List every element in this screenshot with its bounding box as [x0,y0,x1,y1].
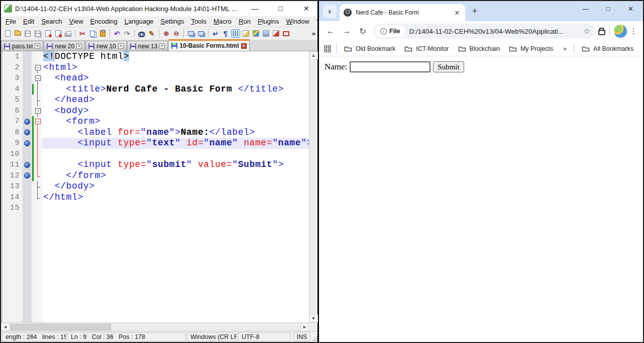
bookmark-cell[interactable] [23,192,32,203]
doc-tab-new-20[interactable]: new 20× [44,41,85,51]
fold-marker[interactable] [35,116,42,127]
browser-minimize-button[interactable]: — [574,1,597,16]
url-text[interactable]: D:/1404-11-02-CEH%20v13/04-Web%20Applica… [409,28,580,35]
doc-tab-pass.txt[interactable]: pass.txt× [1,41,43,51]
document-map-icon[interactable] [251,29,260,38]
sync-horizontal-icon[interactable] [196,29,205,38]
fold-marker[interactable] [35,62,42,73]
code-text[interactable] [42,149,309,160]
code-line-4[interactable]: 4 <title>Nerd Cafe - Basic Form </title> [3,84,309,95]
code-line-6[interactable]: 6 <body> [3,106,309,117]
fold-marker[interactable] [35,106,42,117]
fold-marker[interactable] [35,73,42,84]
bookmark-cell[interactable] [23,73,32,84]
all-bookmarks-button[interactable]: All Bookmarks [577,43,638,55]
tab-close-icon[interactable]: × [76,43,82,49]
copy-icon[interactable] [88,29,97,38]
close-all-icon[interactable] [53,29,62,38]
code-text[interactable]: <body> [42,106,309,117]
code-text[interactable]: <input type="submit" value="Submit"> [42,159,309,170]
doc-tab-new-10[interactable]: new 10× [85,41,127,51]
zoom-out-icon[interactable]: ⊖ [172,29,181,38]
code-line-1[interactable]: 1<!DOCTYPE html> [3,51,309,62]
bookmark-folder-blockchain[interactable]: Blockchain [454,43,504,55]
browser-close-button[interactable]: ✕ [619,1,642,16]
code-line-11[interactable]: 11 <input type="submit" value="Submit"> [3,159,309,170]
new-file-icon[interactable] [3,29,12,38]
show-all-chars-icon[interactable]: ¶ [221,29,230,38]
sync-vertical-icon[interactable] [186,29,195,38]
address-bar[interactable]: i File D:/1404-11-02-CEH%20v13/04-Web%20… [373,24,595,39]
scroll-up-arrow-icon[interactable]: ▲ [309,51,318,59]
save-all-icon[interactable] [33,29,42,38]
code-text[interactable]: </html> [42,192,309,203]
tab-close-icon[interactable]: × [35,43,40,49]
code-line-13[interactable]: 13 </body> [3,181,309,192]
code-text[interactable]: <!DOCTYPE html> [42,51,309,62]
menu-run[interactable]: Run [235,17,254,26]
menu-view[interactable]: View [66,17,87,26]
menu-encoding[interactable]: Encoding [87,17,121,26]
resize-grip[interactable] [311,336,317,342]
bookmark-cell[interactable] [23,159,32,170]
indent-guide-icon[interactable] [231,29,240,38]
code-text[interactable]: <title>Nerd Cafe - Basic Form </title> [42,84,309,95]
style-configurator-icon[interactable] [241,29,250,38]
code-text[interactable]: </head> [42,95,309,106]
menu-search[interactable]: Search [38,17,65,26]
code-line-2[interactable]: 2<html> [3,62,309,73]
bookmark-cell[interactable] [23,84,32,95]
editor-horizontal-scrollbar[interactable]: ◄ ► [1,322,317,331]
doc-tab-new-13[interactable]: new 13× [127,41,168,51]
extensions-icon[interactable] [598,30,605,35]
code-text[interactable]: <label for="name">Name:</label> [42,127,309,138]
bookmark-cell[interactable] [23,116,32,127]
tab-search-chevron-icon[interactable]: ∨ [323,5,337,18]
print-icon[interactable] [63,29,72,38]
code-line-7[interactable]: 7 <form> [3,116,309,127]
scroll-left-arrow-icon[interactable]: ◄ [1,323,10,331]
code-text[interactable]: <html> [42,62,309,73]
bookmark-cell[interactable] [23,170,32,182]
bookmark-cell[interactable] [23,203,32,214]
new-tab-button[interactable]: + [468,5,481,18]
code-line-10[interactable]: 10 [3,149,309,160]
open-file-icon[interactable] [13,29,22,38]
forward-icon[interactable]: → [339,24,354,39]
npp-close-button[interactable]: ✕ [295,1,317,16]
tab-close-icon[interactable]: × [118,43,124,49]
bookmark-cell[interactable] [23,51,32,62]
back-icon[interactable]: ← [323,24,338,39]
code-editor[interactable]: 1<!DOCTYPE html>2<html>3 <head>4 <title>… [3,51,309,322]
bookmark-cell[interactable] [23,127,32,138]
function-list-icon[interactable] [271,29,280,38]
npp-minimize-button[interactable]: — [244,1,266,16]
bookmark-cell[interactable] [23,95,32,106]
folder-as-workspace-icon[interactable] [281,29,290,38]
scroll-right-arrow-icon[interactable]: ► [300,323,309,331]
reload-icon[interactable]: ↻ [355,24,370,39]
npp-maximize-button[interactable]: □ [269,1,292,16]
tab-close-icon[interactable]: ✕ [453,9,461,17]
doc-tab-10-Basic-Forms.html[interactable]: 10-Basic Forms.html× [168,39,249,51]
url-scheme-chip[interactable]: i File [375,25,405,37]
tab-close-icon[interactable]: × [241,43,247,49]
cut-icon[interactable]: ✂ [78,29,87,38]
menu-macro[interactable]: Macro [210,17,235,26]
browser-menu-icon[interactable]: ⋮ [628,27,639,36]
bookmark-cell[interactable] [23,62,32,73]
bookmark-folder-ict-monitor[interactable]: ICT-Monitor [400,43,453,55]
replace-icon[interactable]: ✎ [147,29,156,38]
code-line-15[interactable]: 15 [3,203,309,214]
code-text[interactable]: </form> [42,170,309,182]
bookmark-cell[interactable] [23,181,32,192]
bookmark-folder-old-bookmark[interactable]: Old Bookmark [340,43,400,55]
code-line-3[interactable]: 3 <head> [3,73,309,84]
code-line-8[interactable]: 8 <label for="name">Name:</label> [3,127,309,138]
close-icon[interactable] [43,29,52,38]
submit-button[interactable]: Submit [433,61,464,72]
profile-avatar[interactable] [614,25,627,38]
menu-edit[interactable]: Edit [20,17,38,26]
code-text[interactable] [42,203,309,214]
code-text[interactable]: <head> [42,73,309,84]
